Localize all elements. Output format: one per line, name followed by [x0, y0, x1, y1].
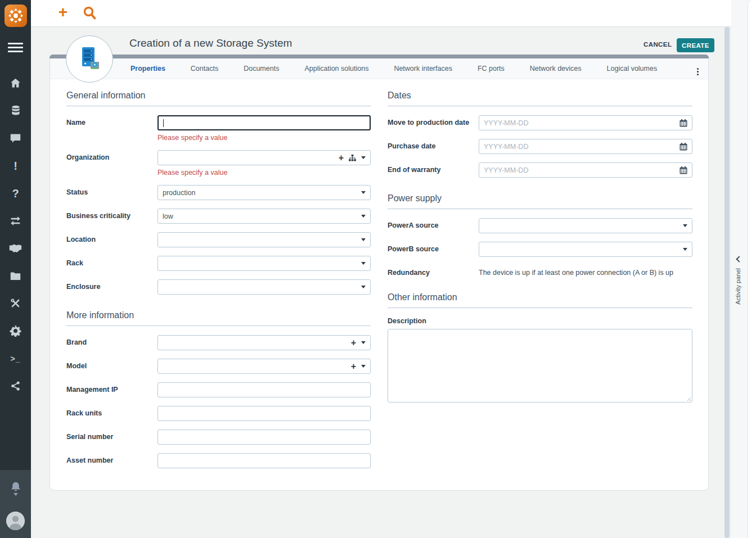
terminal-icon[interactable]: >_: [0, 345, 31, 372]
chat-icon[interactable]: [0, 124, 31, 152]
rack-units-input[interactable]: [158, 406, 371, 421]
model-label: Model: [66, 359, 158, 374]
sidebar-nav: ! ? >_: [0, 69, 31, 400]
chevron-down-icon: [14, 493, 18, 496]
storage-system-icon: [75, 44, 104, 74]
status-label: Status: [66, 185, 158, 200]
chevron-down-icon[interactable]: [361, 156, 366, 159]
tab-network-devices[interactable]: Network devices: [530, 65, 582, 73]
field-row-serial-number: Serial number: [66, 430, 371, 445]
create-button[interactable]: CREATE: [677, 38, 714, 52]
enclosure-select[interactable]: [158, 279, 371, 295]
app-logo-icon[interactable]: [4, 4, 27, 27]
gear-icon[interactable]: [0, 317, 31, 345]
section-divider: [388, 209, 692, 209]
date-placeholder: YYYY-MM-DD: [484, 119, 528, 127]
powera-source-label: PowerA source: [388, 218, 479, 233]
name-input[interactable]: [158, 115, 371, 130]
business-criticality-select[interactable]: low: [158, 209, 371, 224]
field-row-purchase-date: Purchase date YYYY-MM-DD: [388, 139, 692, 154]
add-icon[interactable]: [351, 362, 356, 371]
date-placeholder: YYYY-MM-DD: [484, 143, 528, 151]
asset-number-label: Asset number: [66, 453, 158, 468]
menu-icon[interactable]: [8, 43, 23, 52]
serial-number-input[interactable]: [158, 430, 371, 445]
add-icon[interactable]: [56, 4, 70, 21]
help-icon[interactable]: ?: [0, 179, 31, 207]
chevron-down-icon: [361, 286, 366, 288]
location-select[interactable]: [158, 232, 371, 247]
add-icon[interactable]: [339, 153, 344, 162]
tools-icon[interactable]: [0, 290, 31, 317]
search-icon[interactable]: [83, 6, 97, 21]
field-row-rack-units: Rack units: [66, 406, 371, 421]
rack-select[interactable]: [158, 256, 371, 271]
chevron-down-icon[interactable]: [361, 341, 366, 344]
calendar-icon[interactable]: [680, 119, 687, 127]
brand-combo[interactable]: [158, 335, 371, 350]
sidebar: ! ? >_: [0, 0, 31, 538]
home-icon[interactable]: [0, 69, 31, 97]
chevron-down-icon: [683, 224, 687, 227]
management-ip-input[interactable]: [158, 382, 371, 397]
asset-number-input[interactable]: [158, 453, 371, 468]
tab-application-solutions[interactable]: Application solutions: [304, 65, 368, 73]
handshake-icon[interactable]: [0, 234, 31, 262]
purchase-date-input[interactable]: YYYY-MM-DD: [479, 139, 692, 154]
share-icon[interactable]: [0, 372, 31, 400]
move-to-production-date-input[interactable]: YYYY-MM-DD: [479, 115, 692, 130]
cancel-button[interactable]: CANCEL: [644, 41, 672, 48]
status-value: production: [163, 189, 195, 197]
tab-contacts[interactable]: Contacts: [191, 65, 218, 73]
section-title-other: Other information: [388, 292, 692, 302]
chevron-down-icon: [361, 215, 366, 218]
move-to-production-label: Move to production date: [388, 115, 479, 130]
description-textarea[interactable]: [388, 329, 692, 403]
activity-panel-sliver: [748, 0, 756, 538]
page-title: Creation of a new Storage System: [129, 37, 292, 49]
user-avatar[interactable]: [6, 512, 25, 530]
folder-icon[interactable]: [0, 262, 31, 290]
field-row-location: Location: [66, 232, 371, 247]
field-row-organization: Organization: [66, 150, 371, 177]
bell-icon[interactable]: [0, 481, 31, 496]
powera-source-select[interactable]: [479, 218, 692, 233]
name-label: Name: [66, 115, 158, 142]
scrollbar[interactable]: [724, 27, 730, 538]
tab-properties[interactable]: Properties: [130, 65, 165, 73]
chevron-down-icon[interactable]: [361, 365, 366, 368]
database-icon[interactable]: [0, 97, 31, 124]
rack-label: Rack: [66, 256, 158, 271]
organization-combo[interactable]: [158, 150, 371, 165]
field-row-brand: Brand: [66, 335, 371, 350]
tab-fc-ports[interactable]: FC ports: [478, 65, 505, 73]
location-label: Location: [66, 232, 158, 247]
alert-icon[interactable]: !: [0, 152, 31, 179]
add-icon[interactable]: [351, 338, 356, 347]
exchange-icon[interactable]: [0, 207, 31, 234]
main-content: Creation of a new Storage System CANCEL …: [31, 27, 724, 538]
business-criticality-label: Business criticality: [66, 209, 158, 224]
section-divider: [388, 308, 692, 308]
model-combo[interactable]: [158, 359, 371, 374]
hierarchy-icon[interactable]: [349, 155, 356, 161]
tab-documents[interactable]: Documents: [244, 65, 279, 73]
field-row-end-of-warranty: End of warranty YYYY-MM-DD: [388, 162, 692, 178]
more-tabs-icon[interactable]: [697, 68, 699, 76]
chevron-down-icon: [361, 238, 366, 241]
status-select[interactable]: production: [158, 185, 371, 200]
topbar: [31, 0, 748, 27]
activity-panel-tab[interactable]: Activity panel: [735, 268, 741, 305]
field-row-description: Description: [388, 317, 692, 403]
redundancy-value: The device is up if at least one power c…: [479, 265, 692, 277]
purchase-date-label: Purchase date: [388, 139, 479, 154]
tab-network-interfaces[interactable]: Network interfaces: [394, 65, 452, 73]
calendar-icon[interactable]: [680, 143, 687, 151]
tab-logical-volumes[interactable]: Logical volumes: [607, 65, 658, 73]
powerb-source-select[interactable]: [479, 242, 692, 257]
calendar-icon[interactable]: [680, 166, 687, 174]
end-of-warranty-input[interactable]: YYYY-MM-DD: [479, 162, 692, 178]
section-divider: [388, 106, 692, 106]
business-criticality-value: low: [163, 213, 173, 220]
object-avatar: [66, 35, 113, 83]
